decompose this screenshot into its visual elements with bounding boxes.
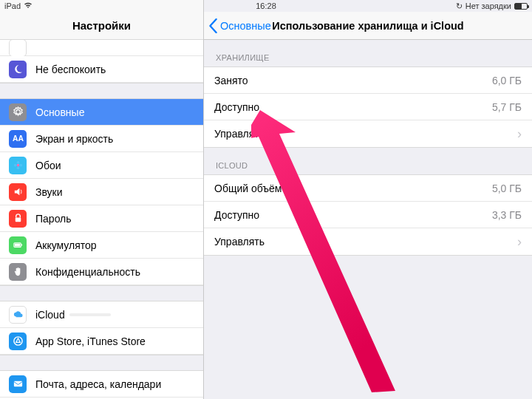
svg-rect-9: [14, 244, 20, 247]
cloud-icon: [9, 306, 27, 324]
hidden-icon: [9, 40, 27, 57]
main-pane: Основные Использование хранилища и iClou…: [204, 0, 532, 399]
section-header: ХРАНИЛИЩЕ: [204, 40, 532, 66]
cell-value: 3,3 ГБ: [492, 209, 522, 221]
cell-label: Доступно: [214, 209, 259, 221]
cell-label: Занято: [214, 75, 248, 86]
sidebar-item-label: Экран и яркость: [35, 133, 113, 145]
sidebar-item-hand[interactable]: Конфиденциальность: [0, 259, 203, 285]
sync-icon: ↻: [456, 1, 463, 11]
clock: 16:28: [256, 1, 276, 10]
main-header: Основные Использование хранилища и iClou…: [204, 12, 532, 40]
cell-group: Общий объём5,0 ГБДоступно3,3 ГБУправлять…: [204, 174, 532, 256]
svg-rect-6: [15, 218, 21, 222]
sidebar-list[interactable]: Не беспокоитьОсновныеAAЭкран и яркостьОб…: [0, 40, 203, 399]
cell-value: 5,0 ГБ: [492, 183, 522, 194]
icloud-account: [69, 313, 111, 316]
battery-icon: [514, 3, 528, 10]
cell-group: Занято6,0 ГБДоступно5,7 ГБУправлять›: [204, 66, 532, 148]
sidebar-item-flower[interactable]: Обои: [0, 152, 203, 179]
sidebar: Настройки Не беспокоитьОсновныеAAЭкран и…: [0, 0, 204, 399]
cell-label: Общий объём: [214, 183, 282, 194]
cell-Управлять[interactable]: Управлять›: [204, 120, 532, 147]
sidebar-item-brightness[interactable]: AAЭкран и яркость: [0, 126, 203, 152]
chevron-right-icon: ›: [517, 234, 522, 250]
sidebar-item-hidden[interactable]: [0, 40, 203, 56]
cell-label: Доступно: [214, 101, 259, 113]
sidebar-title: Настройки: [0, 12, 203, 40]
cell-Доступно: Доступно3,3 ГБ: [204, 202, 532, 228]
sound-icon: [9, 183, 27, 201]
sidebar-item-label: Пароль: [35, 213, 72, 225]
charging-label: Нет зарядки: [466, 1, 511, 10]
cell-Управлять[interactable]: Управлять›: [204, 228, 532, 255]
sidebar-item-label: Почта, адреса, календари: [35, 378, 161, 390]
flower-icon: [9, 157, 27, 174]
svg-point-1: [16, 164, 19, 167]
sidebar-item-label: Основные: [35, 106, 84, 118]
gear-icon: [9, 103, 27, 121]
sidebar-item-appstore[interactable]: App Store, iTunes Store: [0, 328, 203, 355]
cell-value: 5,7 ГБ: [492, 101, 522, 113]
cell-Занято: Занято6,0 ГБ: [204, 67, 532, 94]
sidebar-item-label: Звуки: [35, 186, 63, 198]
cell-label: Управлять: [214, 236, 265, 248]
svg-point-5: [13, 164, 16, 167]
battery-icon: [9, 236, 27, 254]
svg-point-4: [16, 166, 19, 169]
section-header: ICLOUD: [204, 148, 532, 174]
mail-icon: [9, 375, 27, 393]
back-button[interactable]: Основные: [208, 12, 271, 39]
cell-value: 6,0 ГБ: [492, 75, 522, 86]
cell-label: Управлять: [214, 128, 265, 140]
sidebar-item-label: Аккумулятор: [35, 239, 97, 251]
svg-rect-8: [21, 245, 21, 246]
sidebar-item-label: App Store, iTunes Store: [35, 335, 146, 347]
sidebar-item-cloud[interactable]: iCloud: [0, 301, 203, 328]
wifi-icon: [24, 1, 33, 10]
sidebar-item-moon[interactable]: Не беспокоить: [0, 56, 203, 83]
sidebar-item-label: Обои: [35, 160, 61, 171]
sidebar-item-battery[interactable]: Аккумулятор: [0, 232, 203, 259]
sidebar-item-mail[interactable]: Почта, адреса, календари: [0, 371, 203, 398]
main-content[interactable]: ХРАНИЛИЩЕЗанято6,0 ГБДоступно5,7 ГБУправ…: [204, 40, 532, 256]
status-bar: iPad 16:28 ↻ Нет зарядки: [0, 0, 532, 12]
svg-point-3: [19, 164, 22, 167]
appstore-icon: [9, 332, 27, 350]
sidebar-item-lock[interactable]: Пароль: [0, 205, 203, 232]
chevron-left-icon: [208, 18, 218, 33]
cell-Доступно: Доступно5,7 ГБ: [204, 94, 532, 120]
svg-text:AA: AA: [13, 134, 24, 143]
lock-icon: [9, 210, 27, 228]
sidebar-item-label: iCloud: [35, 309, 65, 321]
sidebar-item-label: Конфиденциальность: [35, 266, 140, 278]
brightness-icon: AA: [9, 130, 27, 148]
chevron-right-icon: ›: [517, 126, 522, 142]
svg-rect-11: [13, 381, 21, 387]
cell-Общий объём: Общий объём5,0 ГБ: [204, 175, 532, 202]
page-title: Использование хранилища и iCloud: [272, 20, 463, 32]
moon-icon: [9, 61, 27, 78]
sidebar-item-label: Не беспокоить: [35, 64, 106, 75]
sidebar-item-sound[interactable]: Звуки: [0, 179, 203, 205]
device-label: iPad: [4, 1, 21, 10]
sidebar-item-gear[interactable]: Основные: [0, 99, 203, 126]
svg-point-2: [16, 161, 19, 164]
hand-icon: [9, 263, 27, 281]
back-label: Основные: [220, 20, 271, 32]
